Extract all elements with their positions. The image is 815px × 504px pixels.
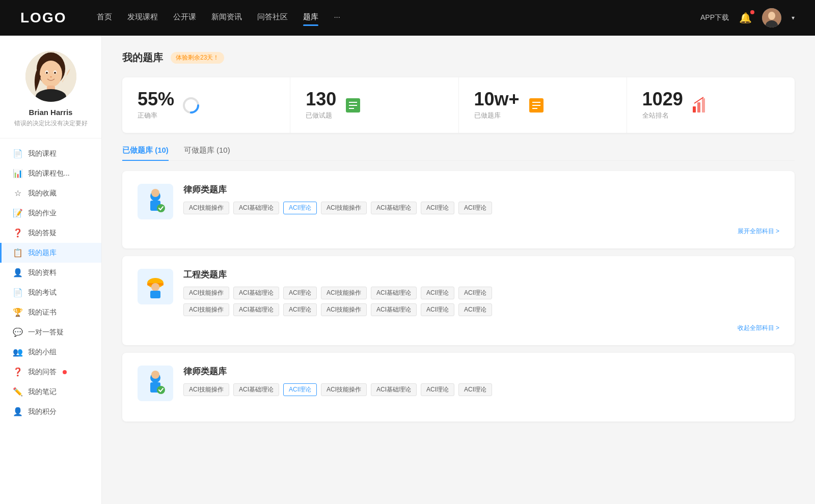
sidebar-item-quiz-bank[interactable]: 📋 我的题库 bbox=[0, 243, 101, 263]
sidebar-item-course-package[interactable]: 📊 我的课程包... bbox=[0, 163, 101, 183]
qb-tags-3: ACI技能操作 ACI基础理论 ACI理论 ACI技能操作 ACI基础理论 AC… bbox=[183, 383, 779, 396]
qb-tag[interactable]: ACI技能操作 bbox=[321, 383, 367, 396]
sidebar-item-label: 我的笔记 bbox=[28, 387, 57, 397]
nav-logo: LOGO bbox=[20, 10, 66, 26]
sidebar-item-label: 我的证书 bbox=[28, 308, 57, 317]
qb-tabs: 已做题库 (10) 可做题库 (10) bbox=[122, 146, 795, 161]
sidebar-item-my-qa[interactable]: ❓ 我的问答 bbox=[0, 362, 101, 382]
qb-tag[interactable]: ACI基础理论 bbox=[233, 287, 279, 299]
qb-tag-active[interactable]: ACI理论 bbox=[283, 383, 317, 396]
stats-grid: 55% 正确率 130 已做试题 bbox=[122, 77, 795, 133]
sidebar-item-certificate[interactable]: 🏆 我的证书 bbox=[0, 302, 101, 322]
sidebar-item-label: 我的小组 bbox=[28, 348, 57, 357]
page-header: 我的题库 体验剩余23天！ bbox=[122, 51, 795, 65]
qb-tag[interactable]: ACI理论 bbox=[458, 383, 492, 396]
svg-point-33 bbox=[151, 283, 159, 291]
nav-link-more[interactable]: ··· bbox=[334, 12, 340, 24]
sidebar-item-label: 我的课程包... bbox=[28, 169, 70, 178]
qb-tag[interactable]: ACI技能操作 bbox=[321, 287, 367, 299]
svg-point-11 bbox=[54, 72, 56, 74]
main-layout: Brian Harris 错误的决定比没有决定要好 📄 我的课程 📊 我的课程包… bbox=[0, 36, 815, 504]
qb-tag[interactable]: ACI基础理论 bbox=[371, 202, 417, 214]
main-content: 我的题库 体验剩余23天！ 55% 正确率 bbox=[102, 36, 815, 504]
svg-point-30 bbox=[157, 204, 165, 212]
qb-tag[interactable]: ACI理论 bbox=[283, 287, 317, 299]
svg-point-38 bbox=[157, 386, 165, 394]
qb-tag[interactable]: ACI理论 bbox=[283, 303, 317, 316]
sidebar-item-label: 我的积分 bbox=[28, 407, 57, 416]
qb-tag[interactable]: ACI技能操作 bbox=[321, 303, 367, 316]
qb-tag[interactable]: ACI技能操作 bbox=[183, 383, 229, 396]
stat-questions-done: 130 已做试题 bbox=[290, 77, 458, 133]
qa-icon: ❓ bbox=[13, 228, 23, 238]
svg-rect-24 bbox=[693, 106, 696, 113]
qb-tag[interactable]: ACI技能操作 bbox=[183, 287, 229, 299]
qb-tag[interactable]: ACI理论 bbox=[458, 202, 492, 214]
svg-rect-34 bbox=[150, 291, 160, 298]
nav-link-discover[interactable]: 发现课程 bbox=[127, 12, 158, 24]
qb-tag[interactable]: ACI基础理论 bbox=[371, 303, 417, 316]
qb-icon-lawyer-2 bbox=[138, 366, 173, 401]
sidebar-item-points[interactable]: 👤 我的积分 bbox=[0, 402, 101, 422]
qb-tag[interactable]: ACI基础理论 bbox=[233, 303, 279, 316]
svg-point-15 bbox=[188, 102, 194, 108]
qb-tag[interactable]: ACI理论 bbox=[421, 287, 454, 299]
qb-tag-active[interactable]: ACI理论 bbox=[283, 202, 317, 214]
sidebar-menu: 📄 我的课程 📊 我的课程包... ☆ 我的收藏 📝 我的作业 ❓ 我的答疑 📋 bbox=[0, 144, 101, 422]
sidebar-item-homework[interactable]: 📝 我的作业 bbox=[0, 203, 101, 223]
qb-tag[interactable]: ACI基础理论 bbox=[233, 202, 279, 214]
tab-done[interactable]: 已做题库 (10) bbox=[122, 146, 169, 160]
sidebar-item-notes[interactable]: ✏️ 我的笔记 bbox=[0, 382, 101, 402]
notification-bell[interactable]: 🔔 bbox=[739, 12, 752, 24]
qb-tag[interactable]: ACI基础理论 bbox=[233, 383, 279, 396]
qb-tags-1: ACI技能操作 ACI基础理论 ACI理论 ACI技能操作 ACI基础理论 AC… bbox=[183, 202, 779, 214]
qb-tag[interactable]: ACI基础理论 bbox=[371, 287, 417, 299]
avatar-dropdown-arrow[interactable]: ▾ bbox=[792, 14, 795, 21]
sidebar-item-profile[interactable]: 👤 我的资料 bbox=[0, 263, 101, 283]
sidebar-item-tutor[interactable]: 💬 一对一答疑 bbox=[0, 322, 101, 342]
qb-tag[interactable]: ACI理论 bbox=[458, 287, 492, 299]
sidebar-item-group[interactable]: 👥 我的小组 bbox=[0, 342, 101, 362]
qb-tag[interactable]: ACI技能操作 bbox=[183, 202, 229, 214]
qb-tag[interactable]: ACI理论 bbox=[421, 303, 454, 316]
svg-point-36 bbox=[151, 371, 159, 379]
stat-questions-label: 已做试题 bbox=[306, 111, 336, 120]
svg-point-1 bbox=[768, 12, 775, 20]
nav-link-news[interactable]: 新闻资讯 bbox=[211, 12, 242, 24]
points-icon: 👤 bbox=[13, 407, 23, 416]
qb-tag[interactable]: ACI技能操作 bbox=[321, 202, 367, 214]
app-download-button[interactable]: APP下载 bbox=[700, 13, 729, 22]
qb-card-3: 律师类题库 ACI技能操作 ACI基础理论 ACI理论 ACI技能操作 ACI基… bbox=[122, 353, 795, 422]
rank-icon bbox=[691, 96, 709, 115]
qb-tag[interactable]: ACI技能操作 bbox=[183, 303, 229, 316]
qb-icon-engineer bbox=[138, 269, 173, 304]
sidebar-item-my-course[interactable]: 📄 我的课程 bbox=[0, 144, 101, 163]
user-avatar[interactable] bbox=[762, 8, 781, 27]
sidebar-item-favorites[interactable]: ☆ 我的收藏 bbox=[0, 183, 101, 203]
svg-point-28 bbox=[151, 189, 159, 197]
sidebar-item-exam[interactable]: 📄 我的考试 bbox=[0, 283, 101, 302]
notes-icon: ✏️ bbox=[13, 387, 23, 397]
collapse-button-2[interactable]: 收起全部科目 > bbox=[138, 324, 779, 332]
nav-link-quiz[interactable]: 题库 bbox=[303, 12, 318, 24]
nav-links: 首页 发现课程 公开课 新闻资讯 问答社区 题库 ··· bbox=[97, 12, 680, 24]
tab-available[interactable]: 可做题库 (10) bbox=[184, 146, 230, 160]
expand-button-1[interactable]: 展开全部科目 > bbox=[138, 227, 779, 236]
qb-name-3: 律师类题库 bbox=[183, 366, 779, 377]
stat-accuracy-label: 正确率 bbox=[138, 111, 174, 120]
qb-tag[interactable]: ACI基础理论 bbox=[371, 383, 417, 396]
stat-banks-value: 10w+ bbox=[474, 90, 520, 108]
my-course-icon: 📄 bbox=[13, 149, 23, 158]
nav-link-qa[interactable]: 问答社区 bbox=[257, 12, 288, 24]
qb-tag[interactable]: ACI理论 bbox=[421, 383, 454, 396]
sidebar-item-label: 我的收藏 bbox=[28, 189, 57, 198]
svg-point-10 bbox=[46, 72, 48, 74]
qb-tag[interactable]: ACI理论 bbox=[458, 303, 492, 316]
nav-link-home[interactable]: 首页 bbox=[97, 12, 112, 24]
qb-tag[interactable]: ACI理论 bbox=[421, 202, 454, 214]
nav-link-opencourse[interactable]: 公开课 bbox=[173, 12, 196, 24]
nav-right: APP下载 🔔 ▾ bbox=[700, 8, 795, 27]
sidebar-item-qa[interactable]: ❓ 我的答疑 bbox=[0, 223, 101, 243]
favorites-icon: ☆ bbox=[13, 188, 23, 198]
page-title: 我的题库 bbox=[122, 51, 163, 65]
